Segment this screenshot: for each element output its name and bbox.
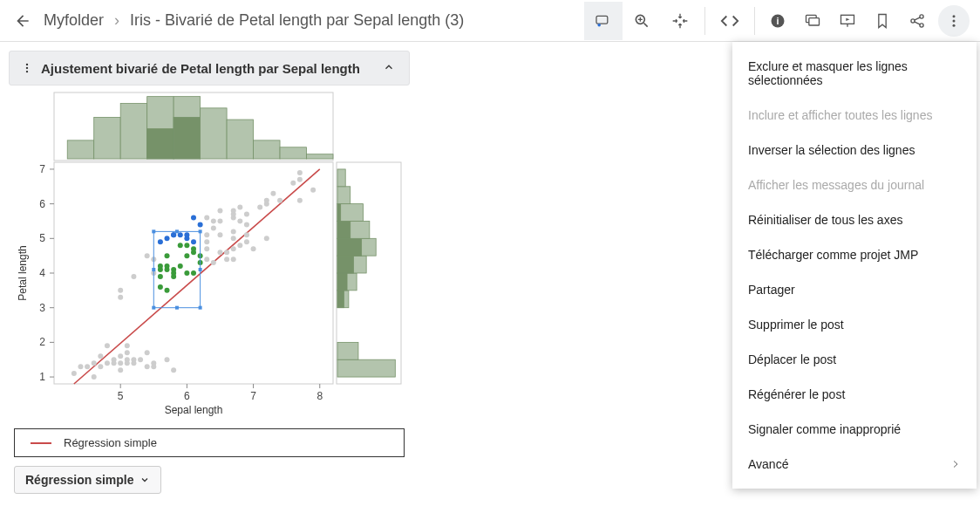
svg-point-107 — [118, 288, 123, 293]
present-icon[interactable] — [830, 2, 865, 40]
svg-point-114 — [204, 239, 209, 244]
info-icon[interactable]: i — [760, 2, 795, 40]
svg-rect-184 — [152, 306, 155, 310]
code-tool[interactable] — [711, 2, 749, 40]
menu-item-1: Inclure et afficher toutes les lignes — [732, 98, 977, 133]
svg-point-95 — [125, 350, 130, 355]
svg-point-103 — [151, 360, 156, 366]
svg-point-146 — [277, 198, 282, 203]
svg-rect-32 — [227, 120, 253, 159]
svg-point-163 — [178, 263, 183, 269]
svg-text:3: 3 — [39, 302, 45, 314]
svg-rect-0 — [596, 16, 608, 24]
more-menu-button[interactable] — [938, 5, 970, 37]
analysis-panel: Ajustement bivarié de Petal length par S… — [9, 51, 410, 494]
svg-line-15 — [915, 17, 921, 19]
svg-point-19 — [953, 24, 956, 26]
panel-header[interactable]: Ajustement bivarié de Petal length par S… — [9, 51, 410, 86]
breadcrumb-leaf[interactable]: Iris - Bivarié de Petal length par Sepal… — [125, 11, 469, 30]
svg-rect-51 — [337, 187, 350, 204]
zoom-tool[interactable] — [623, 2, 661, 40]
svg-point-21 — [26, 67, 28, 69]
svg-point-144 — [264, 198, 269, 203]
menu-item-0[interactable]: Exclure et masquer les lignes sélectionn… — [732, 49, 977, 98]
svg-rect-40 — [337, 291, 344, 308]
header-bar: Myfolder › Iris - Bivarié de Petal lengt… — [0, 0, 980, 42]
svg-rect-33 — [254, 140, 280, 159]
svg-rect-24 — [67, 140, 93, 159]
context-menu: Exclure et masquer les lignes sélectionn… — [732, 42, 977, 489]
pan-tool[interactable] — [661, 2, 699, 40]
svg-rect-44 — [337, 256, 353, 273]
collapse-icon[interactable] — [383, 61, 400, 76]
regression-dropdown[interactable]: Régression simple — [14, 466, 161, 494]
svg-point-119 — [211, 218, 216, 223]
svg-point-125 — [224, 250, 229, 255]
breadcrumb-root[interactable]: Myfolder — [38, 11, 109, 30]
svg-rect-190 — [152, 268, 155, 271]
menu-item-6[interactable]: Partager — [732, 272, 977, 307]
svg-point-123 — [217, 209, 222, 214]
back-button[interactable] — [7, 5, 38, 37]
svg-point-136 — [244, 239, 249, 244]
svg-point-86 — [105, 360, 110, 366]
menu-item-2[interactable]: Inverser la sélection des lignes — [732, 133, 977, 168]
svg-point-174 — [165, 236, 170, 241]
svg-point-147 — [290, 181, 296, 186]
svg-point-121 — [217, 232, 222, 237]
bivariate-chart[interactable]: 56781234567Sepal lengthPetal length — [12, 89, 406, 421]
menu-item-4[interactable]: Réinitialiser de tous les axes — [732, 202, 977, 237]
menu-item-11[interactable]: Avancé — [732, 447, 977, 482]
svg-point-145 — [270, 191, 276, 196]
svg-rect-34 — [280, 147, 306, 159]
svg-rect-52 — [337, 169, 345, 187]
legend-label: Régression simple — [64, 436, 157, 449]
menu-item-10[interactable]: Signaler comme inapproprié — [732, 412, 977, 447]
share-icon[interactable] — [900, 2, 935, 40]
svg-point-108 — [131, 274, 136, 279]
svg-point-124 — [224, 256, 229, 262]
bookmark-icon[interactable] — [865, 2, 900, 40]
svg-point-99 — [138, 357, 143, 362]
svg-point-80 — [78, 364, 83, 369]
svg-point-94 — [125, 357, 130, 362]
svg-point-142 — [264, 236, 269, 241]
panel-menu-icon[interactable] — [18, 62, 36, 74]
svg-point-109 — [145, 253, 150, 258]
legend: Régression simple — [14, 428, 405, 457]
comment-icon[interactable] — [795, 2, 830, 40]
svg-point-133 — [237, 243, 242, 248]
chart-container[interactable]: 56781234567Sepal lengthPetal length — [9, 86, 410, 425]
toolbar-divider — [704, 7, 705, 35]
svg-point-104 — [165, 357, 170, 362]
svg-rect-46 — [337, 238, 362, 256]
dropdown-label: Régression simple — [25, 473, 134, 487]
svg-point-90 — [118, 367, 123, 373]
svg-rect-9 — [809, 17, 820, 24]
svg-text:Sepal length: Sepal length — [165, 404, 223, 416]
svg-point-87 — [105, 343, 110, 348]
svg-text:6: 6 — [39, 198, 45, 210]
svg-rect-187 — [199, 229, 202, 233]
svg-point-158 — [165, 263, 170, 269]
legend-swatch — [31, 442, 51, 444]
svg-point-173 — [158, 239, 163, 244]
svg-point-18 — [953, 19, 956, 22]
annotate-tool[interactable] — [584, 2, 623, 40]
svg-point-134 — [237, 218, 242, 223]
svg-point-156 — [165, 288, 170, 293]
menu-item-9[interactable]: Régénérer le post — [732, 377, 977, 412]
svg-text:8: 8 — [316, 390, 323, 402]
svg-point-129 — [231, 229, 236, 234]
svg-text:6: 6 — [184, 390, 190, 402]
svg-point-182 — [198, 222, 203, 227]
menu-item-8[interactable]: Déplacer le post — [732, 342, 977, 377]
svg-point-127 — [231, 246, 236, 251]
svg-rect-30 — [174, 117, 200, 159]
menu-item-7[interactable]: Supprimer le post — [732, 307, 977, 342]
svg-point-140 — [251, 246, 256, 251]
svg-point-1 — [597, 24, 601, 27]
svg-point-113 — [204, 246, 209, 251]
svg-point-79 — [71, 371, 77, 376]
menu-item-5[interactable]: Télécharger comme projet JMP — [732, 237, 977, 272]
